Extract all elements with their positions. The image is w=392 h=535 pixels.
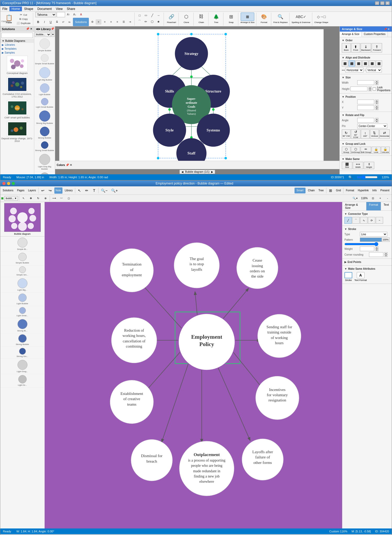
info-bottom-button[interactable]: Info: [371, 187, 378, 194]
x-up-button[interactable]: ▲: [375, 100, 378, 102]
sample-conceptual[interactable]: Conceptual diagram: [0, 55, 34, 76]
bottom-library-item[interactable]: Light Smal...: [0, 306, 44, 318]
width-input[interactable]: 1.65 in: [357, 80, 374, 85]
paste-button[interactable]: 📋 Paste: [3, 13, 15, 25]
justify-button[interactable]: ≡: [114, 19, 120, 25]
close-button[interactable]: ✕: [385, 1, 390, 5]
position-title[interactable]: ▼Position: [342, 95, 390, 99]
angle-up-button[interactable]: ▲: [375, 118, 378, 120]
clone-button[interactable]: ⬡: [181, 13, 192, 21]
strikethrough-button[interactable]: S: [54, 19, 60, 25]
btab-arrange[interactable]: Arrange & Size: [342, 202, 366, 210]
bubble-dropdown-btn[interactable]: Bubbl... ▼: [4, 196, 18, 201]
text-settings-button[interactable]: ⚙: [89, 19, 95, 25]
colors-close-button[interactable]: ✕: [70, 163, 72, 167]
x-down-button[interactable]: ▼: [375, 102, 378, 104]
library-dropdown[interactable]: Bubble...: [35, 32, 51, 37]
library-item[interactable]: Simple Bubble: [34, 37, 55, 53]
bottom-text-btn[interactable]: T: [91, 187, 97, 194]
cut-button[interactable]: ✂Cut: [16, 13, 31, 17]
bottom-pencil-btn[interactable]: ✏: [84, 187, 90, 194]
btab-format[interactable]: Format: [366, 202, 381, 210]
font-size-input[interactable]: 16: [57, 12, 65, 17]
bottom-select-btn[interactable]: ↖: [76, 187, 83, 194]
rotate-90cw-button[interactable]: ↻90° CW: [342, 129, 350, 139]
connector-bezier-btn[interactable]: ∿: [360, 217, 367, 224]
library-item[interactable]: Light Big Bubble: [34, 66, 55, 82]
align-right-btn[interactable]: ⬛: [355, 60, 362, 67]
same-height-button[interactable]: ⇕Height: [364, 162, 374, 169]
copy-button[interactable]: ⧉Copy: [16, 17, 31, 21]
stroke-title[interactable]: ▼Stroke: [344, 227, 390, 231]
library-item[interactable]: Simple Small Bubble: [34, 53, 55, 66]
arrow-button[interactable]: →: [155, 13, 161, 18]
canvas-content[interactable]: Strategy Skills Structure Super- ordinat…: [59, 29, 324, 166]
bottom-redo-button[interactable]: ↪: [47, 187, 53, 194]
colors-pin-button[interactable]: 📌: [66, 163, 69, 167]
row2-select-btn[interactable]: ↖: [20, 196, 27, 201]
format-button[interactable]: 🎨: [258, 13, 269, 21]
align-center-btn[interactable]: ⬛: [349, 60, 355, 67]
restore-button[interactable]: □: [380, 1, 384, 5]
x-input[interactable]: 1.02 in: [357, 100, 374, 104]
connector-button[interactable]: 🔗: [166, 13, 177, 21]
bottom-pages-button[interactable]: Pages: [16, 187, 26, 194]
bottom-library-item[interactable]: Strong Bi...: [0, 318, 44, 333]
make-same-title[interactable]: ▼Make Same: [342, 157, 390, 161]
library-item[interactable]: Strong Big Bubble: [34, 110, 55, 126]
align-left-button[interactable]: ≡: [96, 19, 101, 25]
panel-close-button[interactable]: ✕: [388, 27, 390, 31]
row2-rotate-btn[interactable]: ↻: [35, 196, 41, 201]
minimize-button[interactable]: ─: [375, 1, 379, 5]
width-up-button[interactable]: ▲: [375, 80, 378, 83]
format-bottom-button[interactable]: Format: [344, 187, 355, 194]
duplicate-button[interactable]: ⬜Duplicate: [16, 21, 31, 25]
lock-proportions-checkbox[interactable]: [373, 87, 376, 91]
row2-plus-btn[interactable]: +: [377, 195, 383, 202]
row2-move-btn[interactable]: ✥: [28, 196, 34, 201]
angle-down-button[interactable]: ▼: [375, 120, 378, 123]
library-menu-button[interactable]: ▼: [51, 32, 54, 37]
line-button[interactable]: ╱: [149, 13, 155, 18]
solutions-search[interactable]: [1, 33, 33, 38]
freehand-button[interactable]: ✏: [143, 19, 149, 25]
align-right-button[interactable]: ≡: [108, 19, 114, 25]
menu-home[interactable]: Home: [9, 7, 22, 11]
panel-pin-button[interactable]: 📌: [384, 27, 387, 31]
sample-co2[interactable]: Cumulative CO2 emissions, 1751-2012: [0, 76, 34, 99]
superscript-button[interactable]: x²: [60, 19, 66, 25]
tab-custom-props[interactable]: Custom Properties: [362, 32, 388, 37]
menu-view[interactable]: View: [54, 7, 65, 11]
bottom-library-item[interactable]: Simple Bi...: [0, 237, 44, 252]
menu-shape[interactable]: Shape: [22, 7, 35, 11]
bottom-library-button[interactable]: Library: [64, 187, 74, 194]
order-title[interactable]: ▼Order: [342, 38, 390, 43]
chain-button[interactable]: ⛓: [196, 13, 207, 21]
tree-button[interactable]: 🌲: [211, 13, 222, 21]
font-grow-button[interactable]: A↑: [66, 12, 71, 17]
change-shape-button[interactable]: ◇→□: [315, 13, 328, 21]
edit-group-button[interactable]: ✏Edit Group: [361, 147, 371, 154]
same-width-button[interactable]: ⟺Width: [353, 162, 363, 169]
solutions-button[interactable]: Solutions: [73, 18, 89, 26]
bottom-undo-button[interactable]: ↩: [40, 187, 46, 194]
libraries-section[interactable]: ▶ Libraries: [0, 43, 34, 47]
back-button[interactable]: ⬇ Back: [342, 43, 351, 53]
samples-section-header[interactable]: ▶ Samples: [0, 51, 34, 55]
connector-arc-btn[interactable]: ⌒: [352, 217, 360, 224]
backward-button[interactable]: ⇓ Backward: [361, 43, 371, 53]
bottom-canvas[interactable]: Employment Policy Termination of employm…: [45, 202, 342, 528]
smart-button[interactable]: Smart: [295, 188, 306, 193]
present-bottom-button[interactable]: Present: [379, 187, 391, 194]
rounded-rect-button[interactable]: ▭: [143, 13, 149, 18]
menu-file[interactable]: File: [0, 7, 9, 11]
make-same-stroke[interactable]: Stroke: [344, 272, 352, 281]
tree-bottom-button[interactable]: Tree: [317, 187, 325, 194]
group-lock-title[interactable]: ▼Group and Lock: [342, 142, 390, 146]
bottom-solutions-button[interactable]: Solutions: [1, 187, 15, 194]
corner-down-btn[interactable]: ▼: [384, 255, 388, 257]
bottom-library-item[interactable]: Light Big...: [0, 277, 44, 292]
bottom-library-item[interactable]: Light Bubble: [0, 292, 44, 306]
library-item[interactable]: Light Bubble: [34, 82, 55, 97]
canvas-area[interactable]: Strategy Skills Structure Super- ordinat…: [55, 26, 339, 175]
